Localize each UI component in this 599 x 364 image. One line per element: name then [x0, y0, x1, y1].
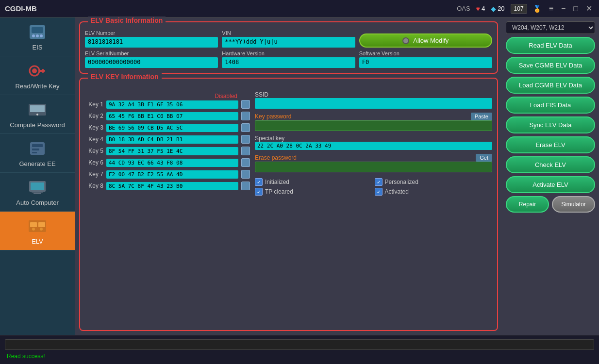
- table-row: Key 5 8F 54 FF 31 37 F5 1E 4C: [85, 147, 250, 155]
- auto-computer-label: Auto Computer: [16, 199, 58, 206]
- key-checkbox-3[interactable]: [241, 123, 250, 132]
- activated-check-icon: ✓: [375, 188, 383, 196]
- maximize-button[interactable]: □: [571, 4, 580, 13]
- svg-point-24: [40, 228, 43, 231]
- window-controls: ≡ − □ ✕: [547, 4, 594, 13]
- erase-elv-button[interactable]: Erase ELV: [506, 136, 595, 153]
- key-checkbox-2[interactable]: [241, 112, 250, 120]
- simulator-button[interactable]: Simulator: [552, 196, 595, 213]
- minimize-button[interactable]: −: [559, 4, 567, 13]
- svg-rect-1: [32, 27, 43, 33]
- key-checkbox-6[interactable]: [241, 158, 250, 167]
- center-content: ELV Basic Information ELV Number 8181818…: [75, 17, 502, 335]
- heart-stat: ♥ 4: [476, 5, 485, 13]
- elv-key-title: ELV KEY Information: [88, 73, 162, 81]
- read-write-key-label: Read/Write Key: [16, 83, 60, 90]
- tp-cleared-checkbox[interactable]: ✓ TP cleared: [255, 188, 373, 196]
- svg-rect-17: [31, 182, 44, 190]
- elv-number-value[interactable]: 8181818181: [85, 37, 218, 48]
- save-cgmb-elv-button[interactable]: Save CGMB ELV Data: [506, 57, 595, 74]
- auto-computer-icon: [26, 178, 49, 197]
- titlebar: CGDI-MB OAS ♥ 4 ◆ 20 107 🏅 ≡ − □ ✕: [0, 0, 599, 17]
- elv-number-label: ELV Number: [85, 30, 218, 36]
- close-button[interactable]: ✕: [584, 4, 594, 13]
- elv-basic-title: ELV Basic Information: [88, 17, 166, 24]
- key-icon: [26, 61, 49, 81]
- hw-version-value[interactable]: 1408: [222, 57, 355, 68]
- elv-serial-value[interactable]: 000000000000000: [85, 57, 218, 68]
- table-row: Key 1 9A 32 A4 3B F1 6F 35 06: [85, 100, 250, 109]
- compute-icon: [26, 100, 49, 119]
- repair-button[interactable]: Repair: [506, 196, 549, 213]
- heart-icon: ♥: [476, 5, 480, 13]
- sw-version-value[interactable]: F0: [359, 57, 492, 68]
- vin-value[interactable]: ***YY)ddd ¥|u|u: [222, 37, 355, 48]
- paste-button[interactable]: Paste: [471, 113, 492, 120]
- erase-password-value[interactable]: [255, 162, 492, 172]
- sidebar-item-generate-ee[interactable]: Generate EE: [0, 134, 75, 173]
- key-value-6[interactable]: 44 CD 93 EC 66 43 F8 08: [106, 159, 238, 167]
- personalized-checkbox[interactable]: ✓ Personalized: [375, 178, 493, 186]
- sidebar-item-elv[interactable]: ELV: [0, 212, 75, 250]
- key-value-3[interactable]: BE 69 56 09 CB D5 AC 5C: [106, 124, 238, 132]
- eis-label: EIS: [33, 44, 43, 51]
- special-key-value[interactable]: 22 2C A0 28 0C 2A 33 49: [255, 142, 492, 150]
- tp-cleared-check-icon: ✓: [255, 188, 263, 196]
- menu-button[interactable]: ≡: [547, 4, 555, 13]
- key-label-3: Key 3: [85, 124, 103, 131]
- allow-modify-button[interactable]: Allow Modify: [359, 33, 492, 48]
- get-button[interactable]: Get: [476, 154, 492, 162]
- diamond-count: 20: [498, 5, 504, 12]
- counter-box: 107: [511, 4, 527, 14]
- svg-rect-8: [42, 69, 44, 73]
- initialized-checkbox[interactable]: ✓ Initialized: [255, 178, 373, 186]
- ssid-value[interactable]: [255, 98, 492, 109]
- check-elv-button[interactable]: Check ELV: [506, 156, 595, 173]
- right-sidebar: W204, W207, W212 W205, W213 W166 Read EL…: [502, 17, 599, 335]
- key-checkbox-5[interactable]: [241, 147, 250, 155]
- table-row: Key 6 44 CD 93 EC 66 43 F8 08: [85, 158, 250, 167]
- load-cgmb-elv-button[interactable]: Load CGMB ELV Data: [506, 77, 595, 94]
- hw-version-field: Hardware Version 1408: [222, 50, 355, 68]
- diamond-icon: ◆: [491, 5, 496, 13]
- sidebar-item-auto-computer[interactable]: Auto Computer: [0, 173, 75, 212]
- erase-password-label: Erase password: [255, 154, 474, 161]
- key-info-right: SSID Key password Paste Special key 22 2…: [255, 91, 492, 196]
- key-label-6: Key 6: [85, 159, 103, 166]
- key-checkbox-1[interactable]: [241, 100, 250, 109]
- read-elv-data-button[interactable]: Read ELV Data: [506, 37, 595, 54]
- key-password-section: Key password Paste: [255, 113, 492, 131]
- key-value-4[interactable]: B0 18 3D AD C4 DB 21 B1: [106, 135, 238, 144]
- key-password-value[interactable]: [255, 120, 492, 131]
- titlebar-info: OAS ♥ 4 ◆ 20 107 🏅 ≡ − □ ✕: [457, 4, 594, 14]
- sidebar-item-compute-password[interactable]: Compute Password: [0, 95, 75, 134]
- key-value-2[interactable]: 65 45 F6 8B E1 C0 BB 07: [106, 112, 238, 120]
- bottom-bar: Read success!: [0, 335, 599, 364]
- svg-rect-19: [32, 192, 43, 193]
- key-value-8[interactable]: 8C 5A 7C 8F 4F 43 23 B0: [106, 182, 238, 190]
- key-value-7[interactable]: F2 00 47 B2 E2 55 AA 4D: [106, 170, 238, 179]
- sidebar-item-eis[interactable]: EIS: [0, 17, 75, 56]
- main-layout: EIS Read/Write Key Compute Password Gene…: [0, 17, 599, 335]
- password-row: Key password Paste: [255, 113, 492, 120]
- ssid-label: SSID: [255, 91, 492, 98]
- activate-elv-button[interactable]: Activate ELV: [506, 176, 595, 193]
- sync-elv-data-button[interactable]: Sync ELV Data: [506, 116, 595, 133]
- generate-ee-label: Generate EE: [19, 160, 55, 167]
- svg-rect-7: [38, 70, 45, 72]
- key-checkbox-8[interactable]: [241, 182, 250, 190]
- erase-row: Erase password Get: [255, 154, 492, 162]
- svg-point-11: [36, 114, 38, 116]
- load-eis-data-button[interactable]: Load EIS Data: [506, 97, 595, 114]
- key-value-1[interactable]: 9A 32 A4 3B F1 6F 35 06: [106, 100, 238, 109]
- model-select[interactable]: W204, W207, W212 W205, W213 W166: [506, 21, 595, 34]
- table-row: Key 4 B0 18 3D AD C4 DB 21 B1: [85, 135, 250, 144]
- svg-rect-14: [32, 149, 39, 150]
- activated-checkbox[interactable]: ✓ Activated: [375, 188, 493, 196]
- key-value-5[interactable]: 8F 54 FF 31 37 F5 1E 4C: [106, 147, 238, 155]
- key-checkbox-4[interactable]: [241, 135, 250, 144]
- sidebar-item-read-write-key[interactable]: Read/Write Key: [0, 56, 75, 95]
- key-checkbox-7[interactable]: [241, 170, 250, 179]
- toggle-dot: [402, 37, 409, 44]
- svg-rect-13: [32, 144, 43, 147]
